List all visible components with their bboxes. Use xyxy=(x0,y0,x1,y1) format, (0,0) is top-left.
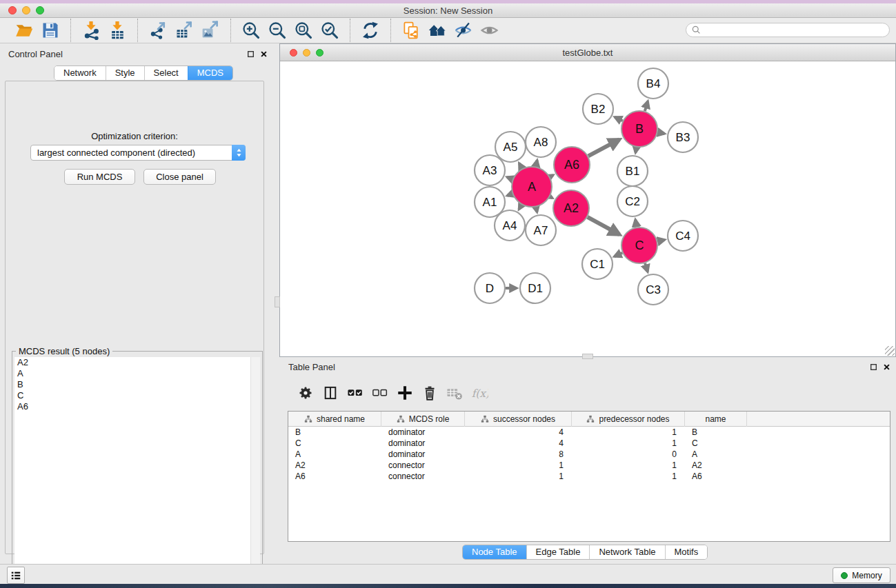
select-all-rows-icon xyxy=(346,384,364,402)
edge-A-A4[interactable] xyxy=(519,205,521,210)
node-label-A: A xyxy=(528,180,536,194)
table-row[interactable]: Bdominator41B xyxy=(288,427,890,438)
column-header-name[interactable]: name xyxy=(685,412,747,427)
node-label-B1: B1 xyxy=(626,165,640,178)
tab-mcds[interactable]: MCDS xyxy=(188,66,232,80)
search-icon xyxy=(692,26,701,34)
search-box[interactable] xyxy=(686,23,890,37)
mcds-result-item[interactable]: A xyxy=(14,368,252,379)
edge-A-A8[interactable] xyxy=(536,160,537,166)
clone-network-button[interactable] xyxy=(398,19,424,41)
export-table-button[interactable] xyxy=(171,19,197,41)
close-icon xyxy=(883,363,890,371)
table-tab-edge-table[interactable]: Edge Table xyxy=(526,545,590,559)
node-label-C3: C3 xyxy=(646,283,661,296)
mcds-result-group: MCDS result (5 nodes) A2ABCA6 xyxy=(12,351,263,588)
close-control-panel-button[interactable] xyxy=(259,50,268,59)
edge-A-A6[interactable] xyxy=(550,175,553,177)
open-session-button[interactable] xyxy=(11,19,37,41)
column-header-predecessor-nodes[interactable]: predecessor nodes xyxy=(572,412,685,427)
network-canvas[interactable]: AA2A6BCA1A3A4A5A7A8B1B2B3B4C1C2C3C4DD1 xyxy=(280,62,895,356)
edge-C-C3[interactable] xyxy=(645,263,648,272)
zoom-fit-button[interactable] xyxy=(290,19,317,41)
table-tab-motifs[interactable]: Motifs xyxy=(665,545,708,559)
search-input[interactable] xyxy=(704,26,884,35)
edge-A-A5[interactable] xyxy=(519,163,522,169)
window-resize-grip[interactable] xyxy=(885,346,895,356)
table-row[interactable]: A6connector11A6 xyxy=(288,471,890,482)
export-image-button[interactable] xyxy=(197,19,223,41)
table-tab-network-table[interactable]: Network Table xyxy=(589,545,664,559)
edge-B-B1[interactable] xyxy=(635,148,636,153)
delete-column-button[interactable] xyxy=(417,381,442,405)
table-settings-icon xyxy=(297,384,315,402)
save-session-button[interactable] xyxy=(37,19,63,41)
node-label-B4: B4 xyxy=(646,77,661,90)
task-history-button[interactable] xyxy=(7,567,25,584)
edge-A2-C[interactable] xyxy=(588,217,619,234)
node-label-A6: A6 xyxy=(564,158,579,172)
table-toolbar xyxy=(288,377,890,409)
select-all-rows-button[interactable] xyxy=(343,381,368,405)
float-table-panel-button[interactable] xyxy=(868,363,878,372)
import-network-button[interactable] xyxy=(78,19,104,41)
mcds-result-item[interactable]: B xyxy=(14,379,252,390)
table-cell: dominator xyxy=(381,427,465,438)
table-row[interactable]: Adominator80A xyxy=(288,449,890,460)
table-cell: A2 xyxy=(288,460,381,471)
hide-selected-button[interactable] xyxy=(450,19,477,41)
show-all-button[interactable] xyxy=(477,19,503,41)
export-network-button[interactable] xyxy=(145,19,171,41)
application-window: Session: New Session Control Panel Netwo… xyxy=(0,0,896,588)
table-row[interactable]: Cdominator41C xyxy=(288,438,890,449)
tree-icon xyxy=(586,415,595,423)
horizontal-splitter-handle[interactable] xyxy=(582,354,593,359)
deselect-all-rows-button[interactable] xyxy=(368,381,392,405)
column-header-mcds-role[interactable]: MCDS role xyxy=(381,412,465,427)
zoom-selected-button[interactable] xyxy=(317,19,343,41)
edge-A6-B[interactable] xyxy=(588,139,619,156)
column-header-successor-nodes[interactable]: successor nodes xyxy=(465,412,572,427)
edge-C-C1[interactable] xyxy=(615,253,623,256)
edge-B-B2[interactable] xyxy=(615,117,622,121)
vertical-splitter-handle[interactable] xyxy=(275,296,280,307)
add-column-button[interactable] xyxy=(392,381,417,405)
edge-B-B4[interactable] xyxy=(645,101,648,111)
close-panel-button[interactable]: Close panel xyxy=(143,169,216,185)
column-header-shared-name[interactable]: shared name xyxy=(288,412,381,427)
zoom-out-button[interactable] xyxy=(264,19,290,41)
save-session-icon xyxy=(41,21,60,40)
mcds-result-item[interactable]: A2 xyxy=(14,357,252,368)
mcds-result-item[interactable]: C xyxy=(14,390,252,401)
tab-network[interactable]: Network xyxy=(54,66,106,80)
tab-select[interactable]: Select xyxy=(144,66,188,80)
mcds-result-item[interactable]: A6 xyxy=(14,401,252,412)
table-row[interactable]: A2connector11A2 xyxy=(288,460,890,471)
close-table-panel-button[interactable] xyxy=(882,363,891,372)
node-label-A5: A5 xyxy=(504,141,518,154)
table-tab-node-table[interactable]: Node Table xyxy=(463,545,526,559)
refresh-layout-button[interactable] xyxy=(357,19,384,41)
run-mcds-button[interactable]: Run MCDS xyxy=(64,169,135,185)
import-table-button[interactable] xyxy=(104,19,130,41)
edge-A-A2[interactable] xyxy=(550,196,552,198)
memory-button[interactable]: Memory xyxy=(833,567,890,583)
edge-B-B3[interactable] xyxy=(658,132,665,134)
edge-A-A7[interactable] xyxy=(536,207,537,212)
edge-A-A3[interactable] xyxy=(507,177,512,179)
zoom-in-button[interactable] xyxy=(238,19,264,41)
float-control-panel-button[interactable] xyxy=(246,50,255,59)
table-cell: 1 xyxy=(572,427,685,438)
criterion-select[interactable]: largest connected component (directed) xyxy=(30,145,246,161)
edge-A-A1[interactable] xyxy=(507,194,512,196)
home-button[interactable] xyxy=(424,19,450,41)
table-cell: dominator xyxy=(381,438,465,449)
split-columns-button[interactable] xyxy=(318,381,343,405)
mcds-result-list[interactable]: A2ABCA6 xyxy=(14,357,252,587)
table-settings-button[interactable] xyxy=(293,381,318,405)
network-graph[interactable]: AA2A6BCA1A3A4A5A7A8B1B2B3B4C1C2C3C4DD1 xyxy=(280,62,895,356)
mcds-result-scrollbar[interactable] xyxy=(250,357,260,587)
tab-style[interactable]: Style xyxy=(106,66,144,80)
edge-C-C4[interactable] xyxy=(657,240,664,241)
edge-C-C2[interactable] xyxy=(635,220,637,227)
